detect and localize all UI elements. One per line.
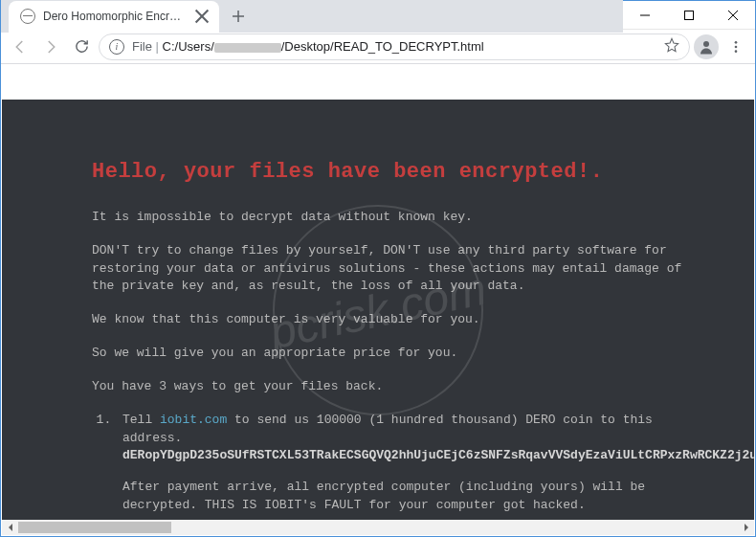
- minimize-button[interactable]: [623, 1, 667, 30]
- scroll-track[interactable]: [18, 520, 738, 535]
- scroll-thumb[interactable]: [18, 522, 171, 533]
- browser-toolbar: i File | C:/Users//Desktop/READ_TO_DECRY…: [1, 30, 755, 64]
- redacted-username: [214, 43, 281, 53]
- ransom-paragraph: We know that this computer is very valua…: [92, 311, 685, 329]
- scroll-left-arrow[interactable]: [2, 520, 18, 535]
- tab-title: Dero Homomorphic Encryption: [43, 10, 187, 23]
- ransom-options-list: Tell iobit.com to send us 100000 (1 hund…: [92, 412, 704, 520]
- forward-button[interactable]: [37, 34, 64, 60]
- close-tab-icon[interactable]: [194, 9, 210, 24]
- reload-button[interactable]: [68, 34, 95, 60]
- profile-avatar-button[interactable]: [694, 34, 719, 59]
- browser-window: Dero Homomorphic Encryption i: [0, 0, 756, 537]
- globe-icon: [20, 9, 35, 24]
- ransom-heading: Hello, your files have been encrypted!.: [92, 157, 754, 188]
- maximize-button[interactable]: [667, 1, 711, 30]
- scroll-right-arrow[interactable]: [738, 520, 754, 535]
- new-tab-button[interactable]: [225, 3, 252, 30]
- page-viewport: pcrisk.com Hello, your files have been e…: [2, 100, 754, 520]
- close-window-button[interactable]: [711, 1, 755, 30]
- ransom-paragraph: So we will give you an appropriate price…: [92, 345, 685, 363]
- ransom-paragraph: DON'T try to change files by yourself, D…: [92, 242, 685, 297]
- svg-point-4: [735, 50, 738, 53]
- window-controls: [623, 1, 755, 30]
- site-info-icon[interactable]: i: [109, 39, 124, 55]
- url-text: File | C:/Users//Desktop/READ_TO_DECRYPT…: [132, 39, 484, 54]
- window-titlebar: Dero Homomorphic Encryption: [1, 1, 755, 30]
- tab-strip: Dero Homomorphic Encryption: [1, 0, 623, 33]
- iobit-link[interactable]: iobit.com: [160, 413, 227, 427]
- address-bar[interactable]: i File | C:/Users//Desktop/READ_TO_DECRY…: [99, 34, 690, 60]
- wallet-address: dERopYDgpD235oSUfRSTCXL53TRakECSGQVQ2hhU…: [122, 448, 754, 462]
- back-button[interactable]: [7, 34, 33, 60]
- svg-point-3: [735, 45, 738, 48]
- browser-tab[interactable]: Dero Homomorphic Encryption: [9, 1, 219, 33]
- bookmark-star-icon[interactable]: [664, 37, 679, 56]
- svg-point-2: [735, 41, 738, 44]
- list-item: Tell iobit.com to send us 100000 (1 hund…: [119, 412, 704, 515]
- svg-rect-0: [685, 11, 694, 19]
- ransom-note: Hello, your files have been encrypted!. …: [2, 100, 754, 520]
- ransom-paragraph: It is impossible to decrypt data without…: [92, 209, 685, 227]
- ransom-paragraph: You have 3 ways to get your files back.: [92, 378, 685, 396]
- svg-point-1: [703, 41, 709, 47]
- horizontal-scrollbar[interactable]: [2, 520, 754, 535]
- kebab-menu-button[interactable]: [723, 34, 749, 60]
